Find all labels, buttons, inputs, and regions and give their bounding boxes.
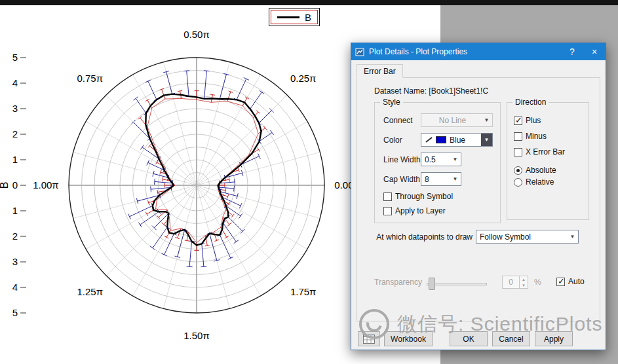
svg-text:3: 3: [12, 256, 18, 267]
line-width-value: 0.5: [425, 155, 436, 164]
svg-text:3: 3: [12, 103, 18, 114]
svg-text:4: 4: [12, 282, 18, 293]
checkbox-icon: [514, 148, 522, 156]
help-button[interactable]: ?: [561, 43, 583, 60]
apply-to-layer-checkbox[interactable]: Apply to Layer: [383, 206, 446, 215]
svg-text:0.25π: 0.25π: [290, 73, 317, 84]
screen: 0.00π0.25π0.50π0.75π1.00π1.25π1.50π1.75π…: [0, 0, 618, 364]
dialog-title: Plot Details - Plot Properties: [369, 47, 561, 56]
watermark: 微信号: ScientificPlots: [359, 309, 602, 339]
svg-text:1.00π: 1.00π: [33, 179, 59, 191]
apply-to-layer-label: Apply to Layer: [395, 206, 446, 215]
svg-text:2: 2: [12, 230, 18, 242]
auto-label: Auto: [568, 277, 585, 286]
svg-text:B: B: [0, 182, 10, 189]
chevron-down-icon: ▼: [450, 173, 461, 185]
checkbox-checked-icon: [556, 278, 565, 286]
legend[interactable]: B: [269, 8, 320, 26]
absolute-label: Absolute: [526, 166, 556, 175]
dataset-name: Dataset Name: [Book1]Sheet1!C: [374, 86, 488, 96]
chevron-down-icon: ▼: [481, 134, 492, 146]
connect-select[interactable]: No Line ▼: [421, 113, 493, 127]
relative-label: Relative: [526, 177, 554, 187]
transparency-value: 0: [503, 276, 519, 288]
datapoints-select[interactable]: Follow Symbol ▼: [476, 230, 579, 244]
style-group-title: Style: [380, 98, 403, 107]
through-symbol-checkbox[interactable]: Through Symbol: [383, 192, 453, 201]
checkbox-icon: [514, 132, 522, 141]
spin-up-icon[interactable]: ▲: [520, 276, 528, 282]
pen-icon: [425, 136, 433, 143]
transparency-slider-track[interactable]: [427, 283, 487, 285]
color-value: Blue: [450, 136, 465, 145]
connect-label: Connect: [383, 116, 413, 125]
close-button[interactable]: ×: [583, 43, 606, 60]
plus-label: Plus: [526, 116, 541, 125]
chevron-down-icon: ▼: [450, 153, 461, 166]
relative-radio[interactable]: Relative: [514, 177, 554, 187]
checkbox-icon: [383, 192, 392, 201]
dialog-title-bar[interactable]: Plot Details - Plot Properties ? ×: [351, 43, 606, 60]
watermark-text: 微信号: ScientificPlots: [397, 311, 602, 338]
connect-value: No Line: [425, 116, 480, 125]
plot-details-dialog: Plot Details - Plot Properties ? × Error…: [351, 43, 606, 350]
legend-label: B: [305, 12, 311, 23]
transparency-label: Transparency: [374, 278, 422, 287]
legend-line-sample: [277, 16, 299, 18]
svg-text:1.50π: 1.50π: [183, 330, 210, 341]
color-label: Color: [383, 136, 402, 145]
style-group: Style Connect No Line ▼ Color Blue ▼ Lin…: [374, 102, 501, 223]
svg-text:1: 1: [12, 154, 18, 165]
dialog-icon: [355, 48, 364, 56]
tab-error-bar[interactable]: Error Bar: [357, 64, 403, 78]
svg-text:4: 4: [12, 77, 18, 88]
checkbox-icon: [383, 207, 392, 215]
minus-label: Minus: [526, 132, 547, 141]
auto-checkbox[interactable]: Auto: [556, 277, 585, 286]
svg-text:0: 0: [12, 179, 18, 191]
cap-width-select[interactable]: 8 ▼: [421, 172, 461, 186]
svg-text:0.75π: 0.75π: [77, 73, 104, 84]
x-error-bar-checkbox[interactable]: X Error Bar: [514, 147, 565, 156]
line-width-select[interactable]: 0.5 ▼: [421, 153, 461, 166]
svg-text:5: 5: [12, 307, 18, 318]
transparency-spinner[interactable]: 0 ▲ ▼: [502, 276, 528, 289]
minus-checkbox[interactable]: Minus: [514, 132, 547, 141]
radio-selected-icon: [514, 166, 522, 175]
svg-text:2: 2: [12, 128, 18, 139]
absolute-radio[interactable]: Absolute: [514, 166, 556, 175]
checkbox-checked-icon: [514, 117, 522, 125]
svg-text:0.50π: 0.50π: [183, 29, 210, 40]
direction-group-title: Direction: [512, 98, 549, 107]
radio-icon: [514, 178, 522, 187]
color-select[interactable]: Blue ▼: [421, 133, 493, 147]
datapoints-value: Follow Symbol: [480, 232, 531, 242]
cap-width-value: 8: [425, 175, 429, 184]
svg-text:1: 1: [12, 205, 18, 216]
x-error-bar-label: X Error Bar: [526, 147, 565, 156]
cap-width-label: Cap Width: [383, 175, 420, 184]
chevron-down-icon: ▼: [481, 114, 492, 126]
svg-text:1.75π: 1.75π: [290, 286, 317, 297]
datapoints-label: At which datapoints to draw: [374, 232, 473, 242]
chevron-down-icon: ▼: [567, 230, 578, 243]
svg-text:1.25π: 1.25π: [77, 286, 104, 297]
spin-down-icon[interactable]: ▼: [520, 282, 528, 288]
top-bar: [0, 0, 618, 5]
direction-group: Direction Plus Minus X Error Bar Absolut…: [507, 102, 589, 220]
percent-label: %: [534, 278, 541, 287]
color-swatch: [436, 136, 446, 143]
plus-checkbox[interactable]: Plus: [514, 116, 541, 125]
svg-text:5: 5: [12, 52, 18, 63]
through-symbol-label: Through Symbol: [395, 192, 453, 201]
line-width-label: Line Width: [383, 155, 421, 164]
transparency-slider-handle[interactable]: [429, 278, 435, 290]
watermark-logo-icon: [359, 309, 389, 339]
